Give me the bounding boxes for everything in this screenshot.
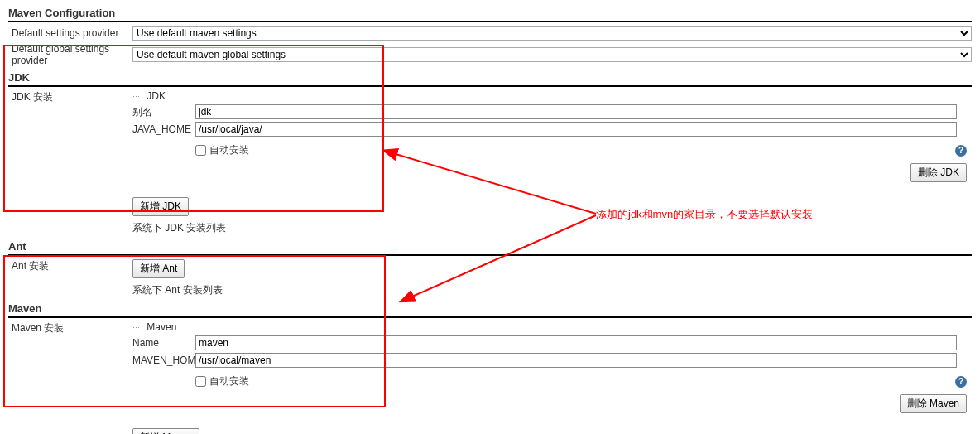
label-java-home: JAVA_HOME (132, 123, 195, 135)
label-default-settings: Default settings provider (8, 27, 132, 39)
input-java-home[interactable] (195, 122, 957, 137)
select-default-global[interactable]: Use default maven global settings (132, 47, 972, 62)
help-icon[interactable]: ? (955, 145, 967, 157)
row-jdk-install: JDK 安装 JDK 别名 JAVA_HOME 自动安装 ? 删除 JDK 新增… (8, 90, 972, 235)
drag-handle-icon[interactable] (132, 324, 141, 332)
row-default-global: Default global settings provider Use def… (8, 43, 972, 66)
delete-jdk-button[interactable]: 删除 JDK (910, 163, 967, 182)
row-maven-install: Maven 安装 Maven Name MAVEN_HOME 自动安装 ? 删除… (8, 321, 972, 434)
jdk-list-desc: 系统下 JDK 安装列表 (132, 221, 972, 235)
checkbox-jdk-auto-install[interactable] (195, 145, 206, 156)
label-default-global: Default global settings provider (8, 43, 132, 66)
annotation-text: 添加的jdk和mvn的家目录，不要选择默认安装 (596, 207, 813, 222)
label-maven-home: MAVEN_HOME (132, 354, 195, 366)
label-jdk-install: JDK 安装 (8, 90, 132, 104)
add-jdk-button[interactable]: 新增 JDK (132, 197, 189, 216)
label-maven-name: Name (132, 337, 195, 349)
label-maven-install: Maven 安装 (8, 321, 132, 335)
maven-subtitle-row: Maven (132, 321, 972, 333)
section-title-maven: Maven (8, 302, 972, 318)
input-maven-home[interactable] (195, 353, 957, 368)
jdk-subtitle: JDK (147, 90, 166, 102)
section-title-ant: Ant (8, 240, 972, 256)
row-default-settings: Default settings provider Use default ma… (8, 26, 972, 41)
maven-subtitle: Maven (147, 321, 176, 333)
select-default-settings[interactable]: Use default maven settings (132, 26, 972, 41)
label-ant-install: Ant 安装 (8, 259, 132, 273)
drag-handle-icon[interactable] (132, 93, 141, 101)
input-jdk-alias[interactable] (195, 104, 957, 119)
checkbox-maven-auto-install[interactable] (195, 376, 206, 387)
delete-maven-button[interactable]: 删除 Maven (900, 394, 967, 413)
add-maven-button[interactable]: 新增 Maven (132, 428, 199, 434)
label-maven-auto-install: 自动安装 (209, 374, 249, 388)
section-title-jdk: JDK (8, 71, 972, 87)
help-icon[interactable]: ? (955, 376, 967, 388)
section-title-maven-config: Maven Configuration (8, 7, 972, 22)
ant-list-desc: 系统下 Ant 安装列表 (132, 283, 972, 297)
label-jdk-alias: 别名 (132, 105, 195, 119)
jdk-subtitle-row: JDK (132, 90, 972, 102)
input-maven-name[interactable] (195, 335, 957, 350)
add-ant-button[interactable]: 新增 Ant (132, 259, 185, 278)
label-jdk-auto-install: 自动安装 (209, 143, 249, 157)
row-ant-install: Ant 安装 新增 Ant 系统下 Ant 安装列表 (8, 259, 972, 297)
